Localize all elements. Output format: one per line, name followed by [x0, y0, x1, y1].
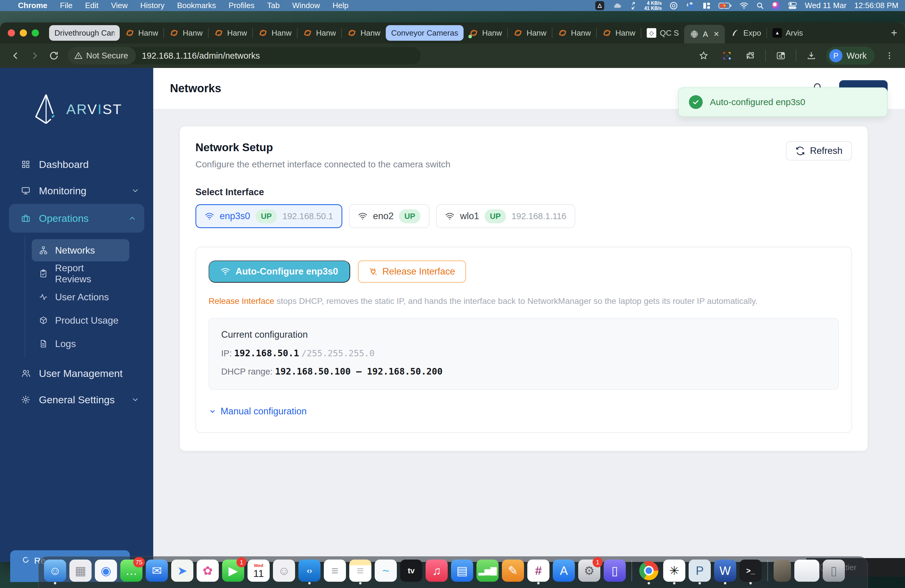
browser-tab-hanw[interactable]: Hanw [597, 25, 640, 41]
sidebar-subitem-user-actions[interactable]: User Actions [32, 286, 129, 308]
menu-item-bookmarks[interactable]: Bookmarks [177, 1, 216, 10]
toast-notification[interactable]: Auto-configured enp3s0 [678, 87, 888, 117]
sidebar-subitem-networks[interactable]: Networks [32, 239, 129, 261]
browser-tab-arvis[interactable]: ▲Arvis [767, 25, 808, 41]
dock-minimized-window-1-icon[interactable] [773, 559, 791, 582]
sidebar-subitem-logs[interactable]: Logs [32, 333, 129, 355]
dock-facetime-icon[interactable]: ▶1 [222, 559, 244, 582]
dock-chatgpt-icon[interactable]: ✳ [663, 559, 685, 582]
battery-icon[interactable] [719, 2, 732, 9]
dock-launchpad-icon[interactable]: ▦ [70, 559, 92, 582]
spotlight-icon[interactable] [756, 2, 764, 10]
menu-item-tab[interactable]: Tab [267, 1, 280, 10]
google-lens-icon[interactable] [719, 47, 735, 64]
release-interface-button[interactable]: Release Interface [358, 261, 466, 283]
dock-mail-icon[interactable]: ✉ [146, 559, 168, 582]
browser-tab-hanw[interactable]: Hanw [297, 25, 341, 41]
close-window-button[interactable] [8, 29, 15, 37]
dock-photos-icon[interactable]: ✿ [197, 559, 219, 582]
menu-item-profiles[interactable]: Profiles [229, 1, 255, 10]
reload-button[interactable] [46, 47, 62, 64]
dock-pages-icon[interactable]: ✎ [502, 559, 524, 582]
dock-numbers-icon[interactable]: ▂▅▇ [476, 559, 499, 582]
menu-bar-clock[interactable]: Wed 11 Mar12:56:08 PM [805, 1, 899, 10]
browser-menu-icon[interactable] [881, 47, 898, 64]
window-manager-icon[interactable] [702, 2, 711, 10]
volume-level-icon[interactable] [686, 1, 695, 10]
address-bar[interactable]: Not Secure 192.168.1.116/admin/networks [68, 47, 421, 64]
sidebar-item-dashboard[interactable]: Dashboard [0, 151, 153, 178]
browser-tab-hanw[interactable]: Hanw [508, 25, 552, 41]
dock-terminal-icon[interactable]: >_ [740, 559, 762, 582]
search-tabs-icon[interactable] [772, 47, 789, 64]
extensions-icon[interactable] [742, 47, 759, 64]
control-center-icon[interactable] [788, 2, 797, 10]
dock-iphone-mirroring-icon[interactable]: ▯ [603, 559, 626, 582]
status-app-icon[interactable] [595, 1, 604, 10]
cloud-status-icon[interactable] [612, 2, 622, 9]
dock-safari-icon[interactable]: ◉ [95, 559, 117, 582]
close-tab-icon[interactable]: ✕ [713, 30, 719, 38]
interface-chip-enp3s0[interactable]: enp3s0UP192.168.50.1 [195, 204, 342, 228]
browser-tab-drivethrough-camera[interactable]: Drivethrough Camera [49, 25, 120, 41]
dock-word-icon[interactable]: W [714, 559, 736, 582]
browser-tab-a[interactable]: A✕ [684, 25, 724, 43]
dock-minimized-window-2-icon[interactable] [794, 559, 819, 582]
browser-tab-expo[interactable]: Expo [725, 25, 767, 41]
menu-item-chrome[interactable]: Chrome [18, 1, 47, 10]
sidebar-item-monitoring[interactable]: Monitoring [0, 178, 153, 204]
dock-vscode-icon[interactable]: ‹› [298, 559, 321, 582]
dock-notes-icon[interactable]: ≡ [349, 559, 372, 582]
dock-messages-icon[interactable]: …75 [120, 559, 143, 582]
new-tab-button[interactable]: + [891, 27, 897, 39]
menu-item-help[interactable]: Help [332, 1, 348, 10]
browser-tab-hanw[interactable]: Hanw [342, 25, 386, 41]
refresh-button[interactable]: Refresh [786, 141, 852, 161]
record-status-icon[interactable] [670, 2, 678, 10]
dock-contacts-icon[interactable]: ☺ [273, 559, 295, 582]
browser-tab-hanw[interactable]: Hanw [120, 25, 164, 41]
browser-tab-conveyor-cameras[interactable]: Conveyor Cameras [386, 25, 464, 41]
menu-item-history[interactable]: History [140, 1, 165, 10]
browser-tab-hanw[interactable]: Hanw [209, 25, 252, 41]
browser-tab-hanw[interactable]: Hanw [164, 25, 208, 41]
interface-chip-eno2[interactable]: eno2UP [349, 204, 429, 228]
sidebar-subitem-product-usage[interactable]: Product Usage [32, 309, 129, 331]
profile-chip[interactable]: P Work [826, 47, 875, 65]
browser-tab-hanw[interactable]: Hanw [253, 25, 297, 41]
auto-configure-button[interactable]: Auto-Configure enp3s0 [209, 261, 350, 283]
zoom-window-button[interactable] [32, 29, 39, 37]
menu-item-file[interactable]: File [60, 1, 72, 10]
dock-slack-icon[interactable]: # [527, 559, 549, 582]
menu-item-view[interactable]: View [111, 1, 128, 10]
network-arrows-icon[interactable] [630, 2, 637, 10]
dock-postgres-icon[interactable]: P [689, 559, 711, 582]
forward-button[interactable] [26, 47, 43, 64]
dock-system-settings-icon[interactable]: ⚙1 [578, 559, 600, 582]
browser-tab-hanw[interactable]: Hanw [553, 25, 596, 41]
network-speed-readout[interactable]: 4 KB/s41 KB/s [644, 1, 662, 11]
sidebar-subitem-report-reviews[interactable]: Report Reviews [32, 262, 129, 285]
dock-calendar-icon[interactable]: Wed11 [248, 559, 270, 582]
dock-maps-icon[interactable]: ➤ [171, 559, 193, 582]
siri-icon[interactable] [772, 2, 780, 10]
downloads-icon[interactable] [803, 47, 820, 64]
sidebar-item-operations[interactable]: Operations [9, 204, 144, 233]
browser-tab-hanw[interactable]: Hanw [464, 25, 507, 41]
back-button[interactable] [7, 47, 24, 64]
dock-chrome-icon[interactable] [638, 559, 660, 582]
dock-finder-icon[interactable]: ☺ [44, 559, 66, 582]
dock-trash-icon[interactable]: ▯ [823, 559, 845, 582]
wifi-status-icon[interactable] [740, 2, 748, 9]
sidebar-item-user-management[interactable]: User Management [0, 360, 153, 386]
dock-music-icon[interactable]: ♫ [426, 559, 448, 582]
menu-item-window[interactable]: Window [292, 1, 320, 10]
dock-keynote-icon[interactable]: ▤ [451, 559, 473, 582]
not-secure-chip[interactable]: Not Secure [68, 47, 136, 64]
dock-freeform-icon[interactable]: ~ [375, 559, 397, 582]
dock-apple-tv-icon[interactable]: tv [400, 559, 422, 582]
interface-chip-wlo1[interactable]: wlo1UP192.168.1.116 [436, 204, 575, 228]
sidebar-item-general-settings[interactable]: General Settings [0, 386, 153, 413]
dock-app-store-icon[interactable]: A [553, 559, 575, 582]
minimize-window-button[interactable] [20, 29, 27, 37]
